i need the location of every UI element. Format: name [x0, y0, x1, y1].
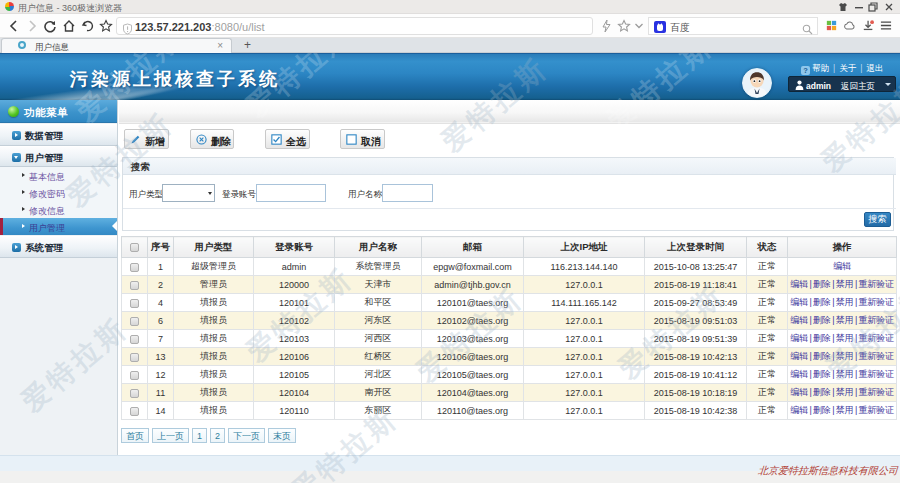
add-button[interactable]: 新增: [124, 129, 169, 149]
tab-close-icon[interactable]: ×: [217, 40, 223, 52]
account-input[interactable]: [256, 184, 326, 202]
sidebar-item-modify-info[interactable]: 修改信息: [0, 201, 117, 218]
op-link[interactable]: 重新验证: [859, 333, 894, 343]
op-link[interactable]: 编辑: [790, 351, 808, 361]
back-icon[interactable]: [7, 19, 21, 33]
home-page-button[interactable]: 返回主页: [841, 81, 875, 93]
op-separator: |: [832, 315, 834, 325]
op-link[interactable]: 重新验证: [859, 405, 894, 415]
tab-user-info[interactable]: 用户信息 ×: [1, 38, 232, 53]
row-checkbox[interactable]: [130, 263, 139, 272]
undo-icon[interactable]: [81, 19, 95, 33]
header-checkbox[interactable]: [130, 243, 139, 252]
row-checkbox[interactable]: [130, 371, 139, 380]
op-link[interactable]: 删除: [813, 333, 831, 343]
new-tab-button[interactable]: +: [244, 38, 251, 52]
row-checkbox[interactable]: [130, 407, 139, 416]
row-checkbox[interactable]: [130, 353, 139, 362]
cell-email: 120104@taes.org: [422, 384, 524, 402]
op-link[interactable]: 删除: [813, 405, 831, 415]
op-link[interactable]: 编辑: [790, 279, 808, 289]
dropdown-caret-icon[interactable]: [634, 22, 648, 36]
apps-grid-icon[interactable]: [826, 20, 840, 34]
row-checkbox[interactable]: [130, 317, 139, 326]
op-link[interactable]: 编辑: [790, 333, 808, 343]
download-icon[interactable]: [862, 20, 876, 34]
delete-button[interactable]: 删除: [190, 129, 234, 149]
cell-type: 填报员: [174, 402, 254, 420]
row-checkbox[interactable]: [130, 335, 139, 344]
op-link[interactable]: 禁用: [836, 333, 854, 343]
op-link[interactable]: 禁用: [836, 315, 854, 325]
cell-checkbox: [122, 366, 148, 384]
op-link[interactable]: 删除: [813, 387, 831, 397]
sidebar-group-user[interactable]: 用户管理: [0, 146, 117, 167]
search-submit-button[interactable]: 搜索: [864, 212, 891, 227]
select-all-button[interactable]: 全选: [265, 129, 310, 149]
pager-button[interactable]: 上一页: [152, 428, 189, 443]
op-link[interactable]: 删除: [813, 351, 831, 361]
op-link[interactable]: 删除: [813, 279, 831, 289]
search-engine-box[interactable]: 百度: [648, 17, 818, 35]
bullet-icon: [22, 190, 27, 194]
forward-icon[interactable]: [25, 19, 39, 33]
pager-button[interactable]: 下一页: [228, 428, 265, 443]
op-link[interactable]: 编辑: [833, 261, 851, 271]
pager-button[interactable]: 首页: [121, 428, 149, 443]
close-button[interactable]: [884, 2, 894, 12]
op-link[interactable]: 重新验证: [859, 279, 894, 289]
menu-icon[interactable]: [880, 20, 894, 34]
favorite-icon[interactable]: [99, 19, 113, 33]
op-link[interactable]: 禁用: [836, 297, 854, 307]
skin-icon[interactable]: [838, 2, 848, 12]
pager-button[interactable]: 末页: [268, 428, 296, 443]
op-link[interactable]: 删除: [813, 315, 831, 325]
op-link[interactable]: 编辑: [790, 369, 808, 379]
sidebar-group-data[interactable]: 数据管理: [0, 124, 117, 146]
sidebar-item-user-management[interactable]: 用户管理: [0, 218, 117, 235]
flash-icon[interactable]: [600, 19, 614, 33]
row-checkbox[interactable]: [130, 299, 139, 308]
shield-icon: [122, 21, 133, 39]
op-link[interactable]: 编辑: [790, 405, 808, 415]
sidebar-item-basic-info[interactable]: 基本信息: [0, 167, 117, 184]
op-link[interactable]: 删除: [813, 297, 831, 307]
restore-button[interactable]: [868, 2, 878, 12]
row-checkbox[interactable]: [130, 389, 139, 398]
sidebar-item-change-password[interactable]: 修改密码: [0, 184, 117, 201]
op-link[interactable]: 重新验证: [859, 315, 894, 325]
op-link[interactable]: 编辑: [790, 387, 808, 397]
op-link[interactable]: 重新验证: [859, 351, 894, 361]
pager-button[interactable]: 1: [192, 428, 207, 443]
op-link[interactable]: 禁用: [836, 387, 854, 397]
userbar-caret-icon[interactable]: [885, 83, 891, 89]
op-separator: |: [855, 387, 857, 397]
sidebar-group-system[interactable]: 系统管理: [0, 236, 117, 258]
op-link[interactable]: 禁用: [836, 279, 854, 289]
name-input[interactable]: [382, 184, 433, 202]
minimize-button[interactable]: [854, 2, 864, 12]
op-link[interactable]: 重新验证: [859, 297, 894, 307]
logout-link[interactable]: 退出: [866, 63, 883, 73]
op-link[interactable]: 禁用: [836, 351, 854, 361]
op-link[interactable]: 编辑: [790, 297, 808, 307]
op-link[interactable]: 重新验证: [859, 387, 894, 397]
cloud-icon[interactable]: [843, 20, 857, 34]
help-link[interactable]: 帮助: [812, 63, 829, 73]
home-icon[interactable]: [62, 19, 76, 33]
cell-checkbox: [122, 276, 148, 294]
op-link[interactable]: 禁用: [836, 405, 854, 415]
reload-icon[interactable]: [43, 19, 57, 33]
op-link[interactable]: 删除: [813, 369, 831, 379]
cancel-button[interactable]: 取消: [340, 129, 385, 149]
op-link[interactable]: 禁用: [836, 369, 854, 379]
search-icon[interactable]: [802, 21, 813, 39]
op-link[interactable]: 编辑: [790, 315, 808, 325]
bookmark-star-icon[interactable]: [617, 19, 631, 33]
op-link[interactable]: 重新验证: [859, 369, 894, 379]
pager-button[interactable]: 2: [210, 428, 225, 443]
about-link[interactable]: 关于: [839, 63, 856, 73]
row-checkbox[interactable]: [130, 281, 139, 290]
cell-email: 120110@taes.org: [422, 402, 524, 420]
address-bar[interactable]: 123.57.221.203:8080/u/list: [116, 17, 593, 35]
